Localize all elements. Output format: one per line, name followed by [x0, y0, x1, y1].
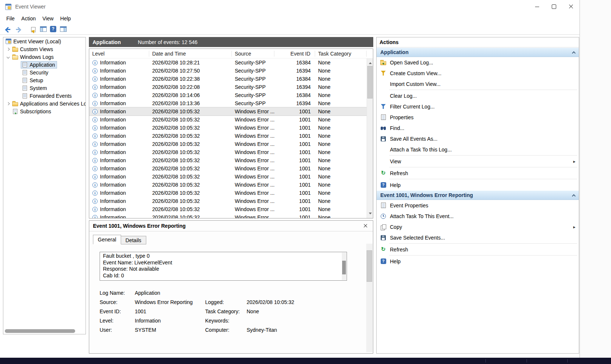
source-cell: Windows Error ...	[232, 214, 274, 218]
close-preview-button[interactable]	[363, 223, 368, 229]
task-category-cell: None	[315, 125, 367, 131]
tree-expander[interactable]	[5, 56, 11, 58]
level-text: Information	[100, 198, 126, 204]
action-create-custom-view[interactable]: Create Custom View...	[377, 68, 579, 79]
preview-scroll-thumb[interactable]	[367, 250, 372, 282]
action-event-properties[interactable]: Event Properties	[377, 200, 579, 211]
event-row[interactable]: Information2026/02/08 10:22:38Security-S…	[89, 75, 367, 83]
back-button[interactable]	[3, 24, 13, 34]
taskbar[interactable]	[0, 358, 611, 364]
column-header-task-category[interactable]: Task Category	[315, 51, 367, 57]
menu-view[interactable]: View	[39, 14, 57, 23]
menu-action[interactable]: Action	[18, 14, 39, 23]
actions-section-header-application[interactable]: Application	[377, 48, 579, 57]
event-row[interactable]: Information2026/02/08 10:05:32Windows Er…	[89, 173, 367, 181]
events-vertical-scrollbar[interactable]	[367, 59, 373, 218]
preview-scrollbar[interactable]	[366, 244, 373, 352]
help-button[interactable]	[48, 24, 58, 34]
column-header-event-id[interactable]: Event ID	[274, 51, 315, 57]
maximize-button[interactable]	[545, 0, 562, 13]
tab-details[interactable]: Details	[121, 236, 146, 244]
action-filter-current-log[interactable]: Filter Current Log...	[377, 101, 579, 112]
action-refresh[interactable]: Refresh	[377, 244, 579, 255]
field-value: Application	[135, 290, 205, 296]
field-label: Computer:	[205, 327, 247, 333]
minimize-button[interactable]	[528, 0, 545, 13]
action-clear-log[interactable]: Clear Log...	[377, 90, 579, 101]
event-row[interactable]: Information2026/02/08 10:05:32Windows Er…	[89, 205, 367, 213]
event-id-cell: 1001	[274, 157, 315, 163]
event-row[interactable]: Information2026/02/08 10:05:32Windows Er…	[89, 116, 367, 124]
tree-expander[interactable]	[5, 48, 11, 50]
info-icon	[93, 101, 98, 106]
scroll-down-icon[interactable]	[367, 212, 373, 218]
action-save-selected-events[interactable]: Save Selected Events...	[377, 232, 579, 243]
event-row[interactable]: Information2026/02/08 10:13:36Security-S…	[89, 99, 367, 107]
close-button[interactable]	[562, 0, 580, 13]
event-description-box[interactable]: Fault bucket , type 0Event Name: LiveKer…	[100, 252, 347, 281]
action-import-custom-view[interactable]: Import Custom View...	[377, 79, 579, 89]
tree-item-custom-views[interactable]: Custom Views	[3, 45, 86, 53]
tree-item-windows-logs[interactable]: Windows Logs	[3, 53, 86, 61]
tab-general[interactable]: General	[93, 235, 121, 244]
action-open-saved-log[interactable]: Open Saved Log...	[377, 57, 579, 68]
log-icon	[23, 86, 27, 91]
tree-item-subscriptions[interactable]: Subscriptions	[3, 107, 86, 115]
event-id-cell: 16384	[274, 92, 315, 98]
action-help[interactable]: Help	[377, 180, 579, 190]
action-copy[interactable]: Copy▸	[377, 221, 579, 232]
event-row[interactable]: Information2026/02/08 10:05:32Windows Er…	[89, 213, 367, 218]
event-row[interactable]: Information2026/02/08 10:05:32Windows Er…	[89, 197, 367, 205]
event-row[interactable]: Information2026/02/08 10:14:06Security-S…	[89, 91, 367, 99]
field-label: Level:	[100, 318, 135, 324]
event-row[interactable]: Information2026/02/08 10:05:32Windows Er…	[89, 181, 367, 189]
tree-item-forwarded-events[interactable]: Forwarded Events	[3, 92, 86, 100]
tree-item-event-viewer-local[interactable]: Event Viewer (Local)	[3, 37, 86, 45]
tree-horizontal-scroll-thumb[interactable]	[5, 329, 75, 333]
menu-help[interactable]: Help	[57, 14, 74, 23]
export-list-button[interactable]	[28, 24, 38, 34]
event-row[interactable]: Information2026/02/08 10:05:32Windows Er…	[89, 148, 367, 156]
tree-item-applications-and-services-log[interactable]: Applications and Services Log	[3, 100, 86, 107]
console-tree-toggle-button[interactable]	[38, 24, 48, 34]
column-header-level[interactable]: Level	[89, 51, 149, 57]
event-row[interactable]: Information2026/02/08 10:05:32Windows Er…	[89, 189, 367, 197]
tree-item-application[interactable]: Application	[3, 61, 86, 69]
event-row[interactable]: Information2026/02/08 10:27:50Security-S…	[89, 67, 367, 75]
event-row[interactable]: Information2026/02/08 10:05:32Windows Er…	[89, 132, 367, 140]
scroll-up-icon[interactable]	[367, 59, 373, 65]
event-row[interactable]: Information2026/02/08 10:05:32Windows Er…	[89, 140, 367, 148]
column-header-source[interactable]: Source	[232, 51, 274, 57]
description-scrollbar[interactable]	[342, 253, 346, 280]
event-row[interactable]: Information2026/02/08 10:05:32Windows Er…	[89, 107, 367, 116]
action-save-all-events-as[interactable]: Save All Events As...	[377, 133, 579, 144]
action-properties[interactable]: Properties	[377, 112, 579, 123]
action-pane-toggle-button[interactable]	[58, 24, 68, 34]
action-view[interactable]: View▸	[377, 156, 579, 167]
forward-button[interactable]	[13, 24, 23, 34]
event-row[interactable]: Information2026/02/08 10:05:32Windows Er…	[89, 156, 367, 164]
scroll-thumb[interactable]	[367, 66, 373, 98]
field-value: Sydney-Titan	[247, 327, 294, 333]
action-attach-a-task-to-this-log[interactable]: Attach a Task To this Log...	[377, 144, 579, 155]
level-cell: Information	[89, 157, 149, 163]
menu-file[interactable]: File	[3, 14, 18, 23]
event-row[interactable]: Information2026/02/08 10:28:21Security-S…	[89, 59, 367, 67]
tree-item-setup[interactable]: Setup	[3, 76, 86, 84]
tree-expander[interactable]	[5, 103, 11, 105]
description-scroll-thumb[interactable]	[342, 261, 346, 274]
action-help[interactable]: Help	[377, 256, 579, 267]
event-row[interactable]: Information2026/02/08 10:05:32Windows Er…	[89, 124, 367, 132]
action-refresh[interactable]: Refresh	[377, 168, 579, 178]
event-row[interactable]: Information2026/02/08 10:05:32Windows Er…	[89, 164, 367, 173]
datetime-cell: 2026/02/08 10:22:38	[149, 76, 232, 82]
level-cell: Information	[89, 133, 149, 139]
event-row[interactable]: Information2026/02/08 10:22:08Security-S…	[89, 83, 367, 91]
actions-section-header-event-1001-windows-error-reporting[interactable]: Event 1001, Windows Error Reporting	[377, 191, 579, 200]
action-attach-task-to-this-event[interactable]: Attach Task To This Event...	[377, 211, 579, 221]
action-icon-slot	[380, 258, 386, 264]
tree-item-system[interactable]: System	[3, 84, 86, 92]
column-header-date-and-time[interactable]: Date and Time	[149, 51, 232, 57]
action-find[interactable]: Find...	[377, 123, 579, 133]
tree-item-security[interactable]: Security	[3, 69, 86, 76]
